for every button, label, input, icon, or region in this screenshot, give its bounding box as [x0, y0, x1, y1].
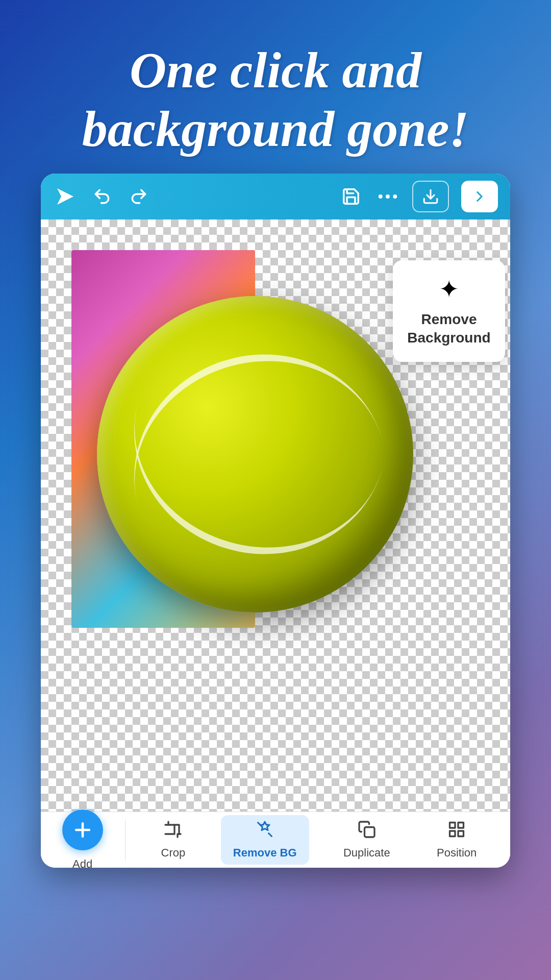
- svg-rect-11: [458, 823, 464, 828]
- remove-background-label: Remove Background: [405, 310, 493, 348]
- more-button[interactable]: [375, 184, 400, 209]
- headline: One click and background gone!: [0, 0, 551, 189]
- app-logo[interactable]: [53, 184, 78, 209]
- toolbar: [41, 174, 510, 219]
- divider: [125, 820, 126, 861]
- headline-line1: One click and: [130, 42, 421, 99]
- headline-line2: background gone!: [82, 101, 469, 157]
- svg-rect-10: [450, 823, 456, 828]
- magic-wand-icon: ✦: [439, 275, 459, 303]
- remove-bg-label: Remove BG: [233, 846, 297, 860]
- app-window: ✦ Remove Background Add: [41, 174, 510, 868]
- svg-rect-9: [364, 827, 374, 838]
- duplicate-tool[interactable]: Duplicate: [331, 815, 403, 865]
- svg-point-3: [393, 194, 397, 199]
- svg-rect-12: [450, 831, 456, 837]
- svg-line-8: [258, 823, 261, 826]
- svg-line-7: [269, 834, 272, 837]
- redo-button[interactable]: [127, 184, 151, 209]
- position-icon: [447, 820, 466, 843]
- share-button[interactable]: [461, 181, 498, 212]
- svg-rect-13: [458, 831, 464, 837]
- canvas-area: ✦ Remove Background: [41, 219, 510, 812]
- svg-point-1: [379, 194, 383, 199]
- position-label: Position: [437, 846, 477, 860]
- undo-button[interactable]: [90, 184, 114, 209]
- remove-bg-tool[interactable]: Remove BG: [221, 815, 309, 865]
- crop-tool[interactable]: Crop: [147, 815, 198, 865]
- position-tool[interactable]: Position: [424, 815, 489, 865]
- add-wrapper: Add: [62, 810, 103, 868]
- save-button[interactable]: [339, 184, 363, 209]
- tennis-ball-container: [82, 260, 429, 648]
- add-button[interactable]: [62, 810, 103, 850]
- crop-label: Crop: [161, 846, 186, 860]
- tennis-ball: [97, 296, 413, 612]
- remove-bg-icon: [256, 820, 274, 843]
- duplicate-label: Duplicate: [343, 846, 390, 860]
- bottom-toolbar: Add Crop: [41, 812, 510, 868]
- svg-point-2: [386, 194, 390, 199]
- duplicate-icon: [358, 820, 376, 843]
- add-label: Add: [72, 857, 92, 868]
- svg-marker-0: [57, 188, 73, 205]
- download-button[interactable]: [412, 181, 449, 212]
- remove-background-popup[interactable]: ✦ Remove Background: [393, 260, 505, 362]
- crop-icon: [164, 820, 182, 843]
